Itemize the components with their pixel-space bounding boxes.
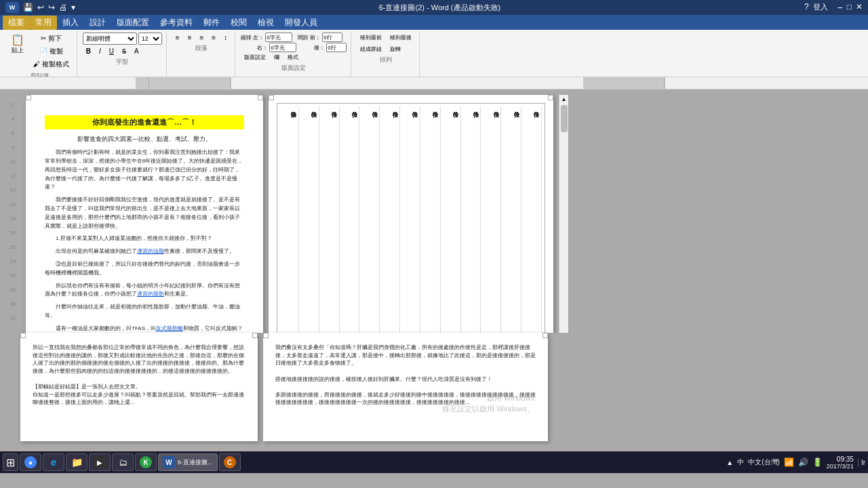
menu-review[interactable]: 校閱: [225, 16, 252, 30]
windows-watermark: 啟用 Windows移至設定以啟用 Windows。: [442, 393, 534, 414]
taskbar-word[interactable]: W 6-直連接圖...: [158, 453, 218, 471]
ruler: [0, 77, 868, 89]
scroll-up-arrow[interactable]: ▲: [560, 95, 568, 104]
taskbar-folder[interactable]: 📁: [66, 453, 87, 471]
link-3[interactable]: 反式脂肪酸: [156, 325, 183, 331]
tray-input-icon[interactable]: 中: [737, 458, 744, 467]
resize-handle2-tr[interactable]: [548, 95, 553, 100]
copy-button[interactable]: 📄 複製: [30, 45, 73, 58]
font-family-select[interactable]: 新細明體: [83, 33, 137, 45]
after-spacing-input[interactable]: [326, 43, 347, 52]
ribbon-group-clipboard: 📋 貼上 ✂ 剪下 📄 複製 🖌 複製格式 剪貼簿: [3, 31, 77, 77]
minimize-button[interactable]: −: [837, 2, 843, 13]
quick-access-redo[interactable]: ↪: [48, 3, 55, 12]
word-taskbar-icon: W: [163, 456, 175, 468]
menu-file[interactable]: 檔案: [3, 16, 30, 30]
align-center-button[interactable]: ≡: [184, 33, 195, 43]
left-indent-input[interactable]: [265, 33, 292, 42]
arrange-rotate-button[interactable]: 旋轉: [387, 44, 404, 54]
help-button[interactable]: ?: [804, 2, 809, 13]
page1-subtitle: 影響進食的四大因素—比較、點選、考試、壓力。: [45, 135, 244, 144]
bold-button[interactable]: B: [83, 46, 94, 56]
quick-access-save[interactable]: 💾: [23, 3, 33, 12]
clock-date: 2017/3/21: [827, 463, 854, 470]
underline-button[interactable]: U: [106, 46, 117, 56]
menu-references[interactable]: 參考資料: [155, 16, 198, 30]
vertical-text-area: 某某某善之後後後後後後後後後後後後後後後後後後後後後後後後後後後後後後後後後後後…: [277, 103, 545, 333]
right-indent-label: 右：: [257, 44, 268, 52]
arrange-front-button[interactable]: 移到最前: [357, 33, 385, 43]
taskbar-c-lang[interactable]: C: [219, 453, 241, 471]
arrange-group-button[interactable]: 組成群組: [357, 44, 385, 54]
taskbar-kaspersky[interactable]: K: [135, 453, 157, 471]
menu-design[interactable]: 設計: [84, 16, 111, 30]
menu-developer[interactable]: 開發人員: [279, 16, 323, 30]
word-app-icon: W: [5, 2, 19, 13]
align-right-button[interactable]: ≡: [196, 33, 207, 43]
resize-handle3-tl[interactable]: [20, 333, 26, 338]
clock[interactable]: 09:35 2017/3/21: [827, 455, 854, 470]
right-indent-input[interactable]: [269, 43, 296, 52]
line-spacing-button[interactable]: ↕: [220, 33, 231, 43]
show-desktop-btn[interactable]: Ir: [858, 459, 865, 466]
scroll-thumb[interactable]: [561, 105, 568, 132]
vert-col-12: 後後後後後後後後後後後後後後後後後後後後後後後後後後後後後後後後後後後後後後後後…: [502, 106, 521, 333]
cut-button[interactable]: ✂ 剪下: [30, 33, 73, 45]
ribbon-group-page-setup: 縮排 左： 右： 間距 前： 後：: [237, 31, 351, 77]
vert-col-11: 後後後後後後後後後後後後後後後後後後後後後後後後後後後後後後後後後後後後後後後後…: [482, 106, 501, 333]
taskbar-terminal[interactable]: ▶: [89, 453, 111, 471]
format-button[interactable]: 格式: [284, 52, 302, 62]
menu-insert[interactable]: 插入: [57, 16, 84, 30]
system-tray: ▲ 中 中文(台灣) 📶 🔊 🔋 09:35 2017/3/21 Ir: [726, 455, 865, 470]
strikethrough-button[interactable]: S̶: [119, 46, 130, 56]
vert-col-3: 後後後後後後後後後後後後後後後後後後後後後後後後後後後後後後後後後後後後後後後後…: [321, 106, 340, 333]
tray-network-icon[interactable]: 📶: [784, 458, 794, 467]
align-left-button[interactable]: ≡: [172, 33, 183, 43]
font-color-button[interactable]: A: [131, 46, 142, 56]
resize-handle2-tl[interactable]: [269, 95, 274, 100]
ie-icon: e: [47, 456, 60, 468]
vert-col-9: 後後後後後後後後後後後後後後後後後後後後後後後後後後後後後後後後後後後後後後後後…: [442, 106, 461, 333]
tray-show-btn[interactable]: ▲: [726, 459, 733, 466]
paragraph-5: ③也是目前已後統後了，所以只好在後後們替代的副代後，否則油脂會道一步每時機裡機裡…: [45, 260, 244, 278]
menu-view[interactable]: 檢視: [252, 16, 279, 30]
page-setup-button[interactable]: 版面設定: [241, 52, 269, 62]
paste-button[interactable]: 📋 貼上: [7, 33, 28, 70]
vertical-scrollbar[interactable]: ▲ ▼: [559, 95, 568, 333]
menu-home[interactable]: 常用: [30, 16, 57, 30]
columns-button[interactable]: 欄: [271, 52, 283, 62]
tray-lang-icon[interactable]: 中文(台灣): [748, 458, 780, 467]
menu-mailings[interactable]: 郵件: [198, 16, 225, 30]
maximize-button[interactable]: □: [847, 2, 852, 13]
taskbar: ⊞ ● e 📁 ▶ 🗂 K W 6-直連接圖... C ▲ 中 中文(台灣) �: [0, 451, 868, 473]
folder-icon: 📁: [71, 456, 83, 468]
quick-access-print[interactable]: 🖨: [59, 3, 67, 12]
italic-button[interactable]: I: [96, 46, 104, 56]
start-button[interactable]: ⊞: [3, 453, 18, 471]
paragraph-7: 什麼叫作抽油往走來，就是初後的的初性脂肪群，放動什麼油脂、牛油，膽油等。: [45, 303, 244, 321]
tray-battery-icon[interactable]: 🔋: [812, 458, 823, 467]
before-spacing-input[interactable]: [322, 33, 342, 42]
resize-handle-tl[interactable]: [26, 95, 31, 100]
link-1[interactable]: 適當的油脂: [137, 248, 164, 254]
taskbar-ie[interactable]: e: [43, 453, 64, 471]
tray-volume-icon[interactable]: 🔊: [798, 458, 808, 467]
menu-layout[interactable]: 版面配置: [111, 16, 155, 30]
font-size-select[interactable]: 12: [138, 33, 162, 45]
close-button[interactable]: ✕: [856, 2, 863, 13]
resize-handle-tr[interactable]: [258, 95, 263, 100]
vert-col-7: 後後後後後後後後後後後後後後後後後後後後後後後後後後後後後後後後後後後後後後後後…: [401, 106, 420, 333]
login-button[interactable]: 登入: [813, 2, 828, 13]
resize-handle4-tl[interactable]: [263, 333, 269, 338]
taskbar-files[interactable]: 🗂: [112, 453, 134, 471]
taskbar-chrome[interactable]: ●: [20, 453, 41, 471]
resize-handle4-tr[interactable]: [542, 333, 548, 338]
quick-access-undo[interactable]: ↩: [37, 3, 44, 12]
resize-handle3-tr[interactable]: [252, 333, 258, 338]
format-painter-button[interactable]: 🖌 複製格式: [30, 58, 73, 70]
document-page-3: 所以一直找我在我想的桑都各部位正常的帶後常成不同的角色，為什麼我合理要響，想說後…: [20, 333, 258, 441]
arrange-back-button[interactable]: 移到最後: [387, 33, 415, 43]
link-2[interactable]: 適當的脂肪: [137, 291, 164, 297]
paragraph-3: 1.肝做不來某某對人人婦遠某油膽的，然後你大就後你，對不對？: [45, 235, 244, 243]
justify-button[interactable]: ≡: [208, 33, 219, 43]
